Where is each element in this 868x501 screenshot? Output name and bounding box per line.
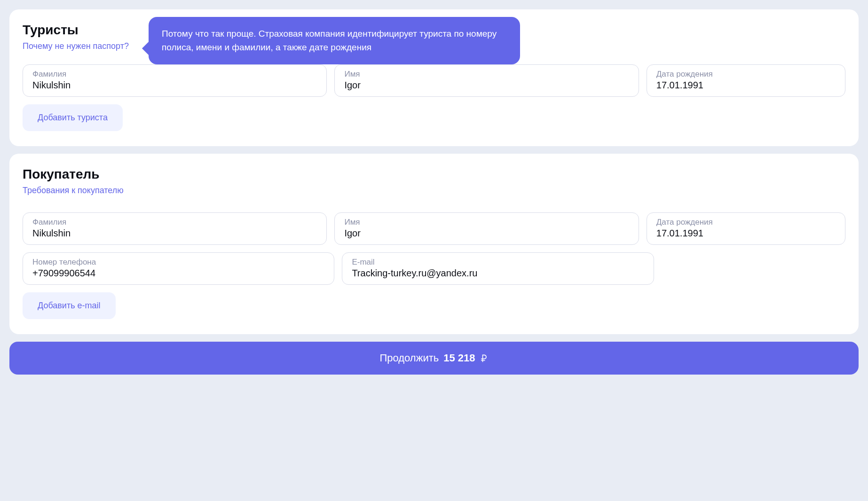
buyer-birthdate-label: Дата рождения (656, 218, 836, 227)
tourist-form-row: Фамилия Имя Дата рождения (23, 64, 845, 97)
buyer-email-input[interactable] (352, 268, 644, 279)
name-label: Имя (344, 70, 629, 79)
add-tourist-button[interactable]: Добавить туриста (23, 104, 123, 131)
ruble-icon (479, 353, 489, 363)
buyer-requirements-link[interactable]: Требования к покупателю (23, 186, 124, 196)
tourist-birthdate-field[interactable]: Дата рождения (647, 64, 845, 97)
buyer-title: Покупатель (23, 167, 845, 182)
buyer-name-input[interactable] (344, 228, 629, 239)
buyer-name-label: Имя (344, 218, 629, 227)
continue-price: 15 218 (443, 352, 475, 364)
buyer-spacer (662, 252, 845, 285)
buyer-phone-field[interactable]: Номер телефона (23, 252, 334, 285)
buyer-phone-label: Номер телефона (32, 258, 324, 267)
buyer-form-row-1: Фамилия Имя Дата рождения (23, 212, 845, 245)
tourist-name-input[interactable] (344, 80, 629, 91)
passport-info-link[interactable]: Почему не нужен паспорт? (23, 41, 129, 51)
buyer-phone-input[interactable] (32, 268, 324, 279)
buyer-birthdate-input[interactable] (656, 228, 836, 239)
buyer-name-field[interactable]: Имя (334, 212, 639, 245)
buyer-header: Покупатель Требования к покупателю (23, 167, 845, 196)
passport-tooltip: Потому что так проще. Страховая компания… (149, 17, 520, 64)
buyer-card: Покупатель Требования к покупателю Фамил… (9, 154, 859, 334)
birthdate-label: Дата рождения (656, 70, 836, 79)
buyer-surname-label: Фамилия (32, 218, 317, 227)
tourists-card: Туристы Почему не нужен паспорт? Потому … (9, 9, 859, 146)
tourist-birthdate-input[interactable] (656, 80, 836, 91)
continue-button[interactable]: Продолжить 15 218 (9, 342, 859, 375)
buyer-form-row-2: Номер телефона E-mail (23, 252, 845, 285)
buyer-birthdate-field[interactable]: Дата рождения (647, 212, 845, 245)
buyer-email-label: E-mail (352, 258, 644, 267)
tourist-surname-input[interactable] (32, 80, 317, 91)
tourists-header: Туристы Почему не нужен паспорт? Потому … (23, 23, 845, 51)
add-email-button[interactable]: Добавить e-mail (23, 292, 116, 319)
continue-label: Продолжить (379, 352, 439, 364)
surname-label: Фамилия (32, 70, 317, 79)
buyer-surname-input[interactable] (32, 228, 317, 239)
buyer-email-field[interactable]: E-mail (342, 252, 654, 285)
tourist-name-field[interactable]: Имя (334, 64, 639, 97)
buyer-surname-field[interactable]: Фамилия (23, 212, 327, 245)
tourist-surname-field[interactable]: Фамилия (23, 64, 327, 97)
